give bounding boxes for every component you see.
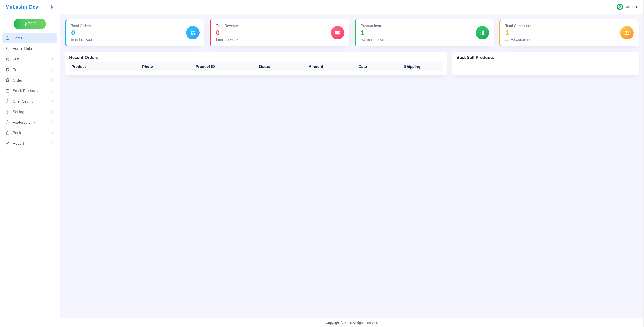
stat-bubble [186,26,200,40]
nav-item-label: Stock Products [13,89,48,93]
wallet-icon [334,30,341,36]
nav-item-label: Bank [13,131,48,135]
content: Total Orders0from last weekTotal Revenue… [60,14,644,327]
nav-item-featured-link[interactable]: Featured Link [2,118,57,127]
column-header-shipping: Shipping [382,62,443,72]
stat-title: Product Item [361,24,383,28]
recent-orders-heading: Recent Orders [69,55,443,60]
stat-value: 1 [361,29,383,37]
sidebar-header: Mubashir Dev [0,0,60,14]
stat-meta: Active Product [361,38,383,42]
nav-item-setting[interactable]: Setting [2,107,57,116]
nav-item-label: POS [13,57,48,61]
chevron-left-icon [50,78,54,82]
collapse-icon [50,5,55,9]
nav-list: HomeAdmin RolePOSProductOrderStock Produ… [2,33,57,149]
gear-icon [5,120,10,124]
p-circle-icon [5,68,10,72]
footer: Copyright © 2024. All right reserved. [60,318,644,327]
panels-row: Recent Orders ProductPhotoProduct IDStat… [65,52,639,76]
column-header-status: Status [240,62,288,72]
stat-bubble [620,26,634,40]
chevron-left-icon [50,110,54,114]
stat-bubble [331,26,344,40]
home-outline-icon [5,130,10,135]
recent-orders-panel: Recent Orders ProductPhotoProduct IDStat… [65,52,447,76]
stat-text: Total Orders0from last week [71,24,94,42]
sidebar-body: POS HomeAdmin RolePOSProductOrderStock P… [0,14,60,327]
stat-title: Total Customers [506,24,531,28]
stat-text: Total Customers1Active Customer [506,24,531,42]
chevron-left-icon [50,120,54,124]
best-sell-panel: Best Sell Products [452,52,639,76]
stat-meta: from last week [71,38,94,42]
nav-item-bank[interactable]: Bank [2,128,57,138]
app-root: Mubashir Dev POS HomeAdmin RolePOSProduc… [0,0,644,327]
chevron-left-icon [50,100,54,103]
gear-icon [5,99,10,104]
user-circle-icon [616,4,623,10]
plus-circle-icon [24,22,27,26]
home-icon [5,36,10,40]
chevron-left-icon [50,57,54,61]
column-header-product: Product [69,62,125,72]
stat-card-total-orders: Total Orders0from last week [65,20,204,46]
nav-item-label: Report [13,141,48,146]
stat-title: Total Orders [71,24,94,28]
topbar: admin [60,0,644,14]
stat-value: 0 [71,29,94,37]
column-header-photo: Photo [125,62,170,72]
nav-item-label: Order [13,78,48,82]
chevron-left-icon [50,47,54,50]
stat-title: Total Revenue [216,24,239,28]
pos-button-container: POS [2,18,57,33]
chart-icon [5,141,10,146]
nav-item-label: Offer Setting [13,99,48,104]
stat-meta: Active Customer [506,38,531,42]
p-circle-icon [5,78,10,82]
chevron-left-icon [50,68,54,72]
stat-value: 0 [216,29,239,37]
nav-item-label: Home [13,36,54,40]
pos-button-label: POS [28,22,36,26]
stat-card-total-revenue: Total Revenue0from last week [210,20,349,46]
table-header-row: ProductPhotoProduct IDStatusAmountDateSh… [69,62,443,72]
chevron-left-icon [50,142,54,145]
brand-logo[interactable]: Mubashir Dev [5,4,38,10]
nav-item-offer-setting[interactable]: Offer Setting [2,96,57,106]
column-header-product-id: Product ID [170,62,240,72]
main-area: admin Total Orders0from last weekTotal R… [60,0,644,327]
nav-item-home[interactable]: Home [2,33,57,43]
stat-meta: from last week [216,38,239,42]
sidebar: Mubashir Dev POS HomeAdmin RolePOSProduc… [0,0,60,327]
chevron-left-icon [50,89,54,92]
stat-value: 1 [506,29,531,37]
cart-icon [190,30,196,36]
nav-item-product[interactable]: Product [2,65,57,74]
stat-text: Total Revenue0from last week [216,24,239,42]
stat-card-total-customers: Total Customers1Active Customer [499,20,639,46]
bars-icon [479,30,486,36]
nav-item-report[interactable]: Report [2,139,57,148]
chevron-left-icon [50,131,54,134]
best-sell-heading: Best Sell Products [456,55,634,60]
nav-item-pos[interactable]: POS [2,54,57,64]
footer-text: Copyright © 2024. All right reserved. [326,321,378,324]
sidebar-collapse-button[interactable] [50,4,55,10]
pos-button[interactable]: POS [14,18,46,29]
stat-bubble [476,26,489,40]
nav-item-label: Admin Role [13,46,48,51]
cart-icon [5,46,10,51]
user-menu[interactable]: admin [612,0,641,14]
box-icon [5,88,10,93]
nav-item-order[interactable]: Order [2,76,57,85]
user-name: admin [626,5,637,9]
nav-item-stock-products[interactable]: Stock Products [2,86,57,96]
column-header-date: Date [344,62,382,72]
gear-icon [5,110,10,114]
nav-item-admin-role[interactable]: Admin Role [2,44,57,53]
stat-text: Product Item1Active Product [361,24,383,42]
users-icon [624,30,630,36]
nav-item-label: Product [13,68,48,72]
column-header-amount: Amount [288,62,344,72]
